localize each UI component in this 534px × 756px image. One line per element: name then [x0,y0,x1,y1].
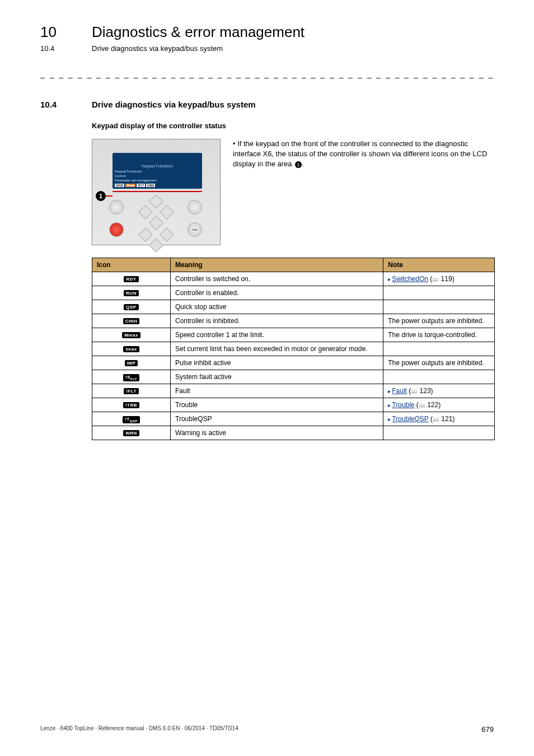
meaning-cell: Trouble [171,398,383,412]
separator-line: _ _ _ _ _ _ _ _ _ _ _ _ _ _ _ _ _ _ _ _ … [40,69,494,78]
callout-marker: 1 [96,191,106,201]
lcd-badge: SAVE [115,184,124,187]
lcd-display: Keypad Functions Keypad Functions Contro… [113,153,202,189]
meaning-cell: Set current limit has been exceeded in m… [171,342,383,356]
lcd-line: Keypad Functions [115,169,200,174]
note-link[interactable]: TroubleQSP [392,415,428,423]
lcd-badge: Mmax [125,184,135,187]
meaning-cell: Pulse inhibit active [171,356,383,370]
table-row: !FLTFault▸Fault ( 123) [92,384,495,398]
note-cell: The power outputs are inhibited. [383,314,495,328]
arrow-icon: ▸ [388,388,391,394]
icon-cell: RDY [92,272,171,286]
arrow-down-icon [149,238,163,252]
table-row: MmaxSpeed controller 1 at the limit.The … [92,328,495,342]
meaning-cell: Controller is switched on. [171,272,383,286]
page-footer: Lenze · 8400 TopLine · Reference manual … [40,725,494,734]
note-cell [383,342,495,356]
lcd-title: Keypad Functions [115,164,200,168]
icon-cell: !TQSP [92,412,171,426]
icon-cell: RUN [92,286,171,300]
note-cell: ▸Fault ( 123) [383,384,495,398]
section-subhead: Keypad display of the controller status [92,122,494,130]
meaning-cell: Quick stop active [171,300,383,314]
table-row: RUNController is enabled. [92,286,495,300]
meaning-cell: Controller is inhibited. [171,314,383,328]
arrow-left-icon [138,227,152,241]
table-row: !TRBTrouble▸Trouble ( 122) [92,398,495,412]
chapter-number: 10 [40,24,92,41]
table-header-icon: Icon [92,258,171,272]
arrow-icon: ▸ [388,402,391,408]
keypad-button [109,200,124,214]
keypad-illustration: Keypad Functions Keypad Functions Contro… [92,139,221,245]
icon-cell: !SFLT [92,370,171,384]
status-icon: IMP [125,360,138,366]
section-title: Drive diagnostics via keypad/bus system [92,100,256,109]
status-icon: Mmax [122,332,140,338]
note-link[interactable]: Trouble [392,401,414,409]
keypad-buttons: run [109,195,204,239]
table-row: CINHController is inhibited.The power ou… [92,314,495,328]
lcd-status-bar: SAVE Mmax !FLT CINH [115,184,200,187]
note-cell [383,426,495,440]
arrow-right-icon [160,227,174,241]
table-row: ImaxSet current limit has been exceeded … [92,342,495,356]
description-text: If the keypad on the front of the contro… [233,139,494,169]
table-row: QSPQuick stop active [92,300,495,314]
note-page-ref: ( 121) [430,415,455,423]
table-row: !TQSPTroubleQSP▸TroubleQSP ( 121) [92,412,495,426]
status-icon-table: Icon Meaning Note RDYController is switc… [92,258,495,440]
note-link[interactable]: SwitchedOn [392,275,428,283]
keypad-dpad [140,219,172,250]
icon-cell: !FLT [92,384,171,398]
meaning-cell: Warning is active [171,426,383,440]
status-icon: !FLT [124,388,139,394]
icon-cell: WRN [92,426,171,440]
status-icon: !TRB [123,402,139,408]
note-cell: The drive is torque-controlled. [383,328,495,342]
footer-text: Lenze · 8400 TopLine · Reference manual … [40,725,238,734]
arrow-icon: ▸ [388,416,391,422]
arrow-up-icon [149,194,163,208]
table-row: IMPPulse inhibit activeThe power outputs… [92,356,495,370]
keypad-run-button: run [188,222,202,237]
table-header-note: Note [383,258,495,272]
icon-cell: Mmax [92,328,171,342]
arrow-left-icon [138,205,152,219]
status-icon: RDY [124,276,138,282]
status-icon: CINH [123,318,140,324]
meaning-cell: Controller is enabled. [171,286,383,300]
note-page-ref: ( 123) [409,387,433,395]
table-row: !SFLTSystem fault active [92,370,495,384]
table-row: RDYController is switched on.▸SwitchedOn… [92,272,495,286]
bullet-item: If the keypad on the front of the contro… [233,139,487,168]
arrow-icon: ▸ [388,276,391,282]
section-number: 10.4 [40,100,92,109]
subchapter-number: 10.4 [40,44,92,53]
note-cell: ▸Trouble ( 122) [383,398,495,412]
arrow-right-icon [160,205,174,219]
note-page-ref: ( 119) [430,275,454,283]
note-link[interactable]: Fault [392,387,407,395]
status-icon: !TQSP [123,416,140,423]
meaning-cell: Fault [171,384,383,398]
keypad-button [188,200,202,214]
lcd-badge: !FLT [137,184,144,187]
icon-cell: Imax [92,342,171,356]
chapter-title: Diagnostics & error management [92,24,305,41]
lcd-badge: CINH [146,184,155,187]
icon-cell: !TRB [92,398,171,412]
status-icon: RUN [124,290,139,296]
status-icon: QSP [124,304,138,310]
status-icon: !SFLT [123,374,139,381]
callout-underline [113,191,202,192]
table-header-meaning: Meaning [171,258,383,272]
lcd-line: Control [115,174,200,178]
meaning-cell: Speed controller 1 at the limit. [171,328,383,342]
lcd-line: Parameter set management [115,178,200,183]
subchapter-title: Drive diagnostics via keypad/bus system [92,44,223,53]
page-number: 679 [481,725,494,734]
note-cell: ▸TroubleQSP ( 121) [383,412,495,426]
keypad-stop-button [109,222,124,237]
